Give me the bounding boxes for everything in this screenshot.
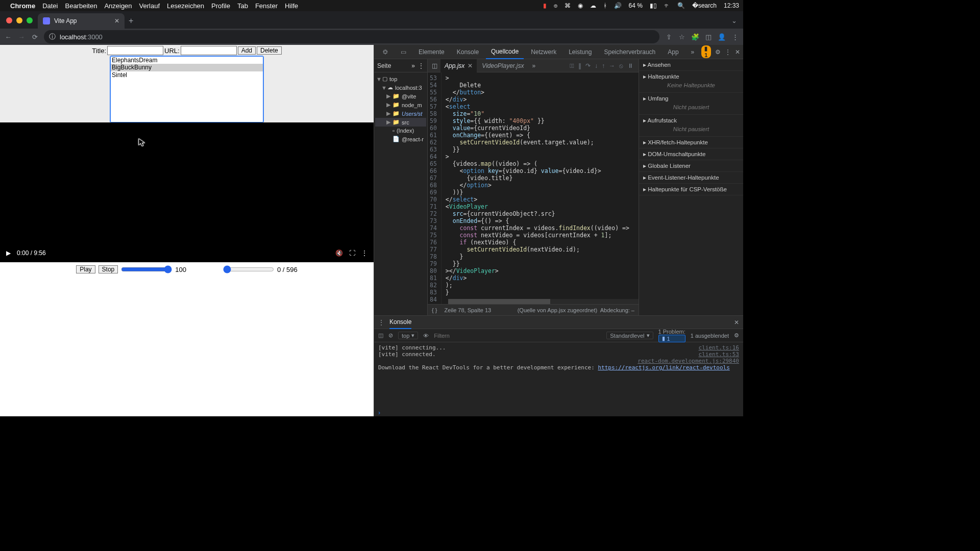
hidden-count[interactable]: 1 ausgeblendet	[691, 333, 729, 339]
progress-slider[interactable]	[223, 265, 274, 273]
close-tab-icon[interactable]: ✕	[114, 17, 119, 24]
clear-console-icon[interactable]: ⊘	[388, 332, 393, 339]
status-icon[interactable]: ⌘	[565, 2, 571, 9]
address-bar[interactable]: ⓘ localhost:3000	[44, 30, 659, 43]
menu-profile[interactable]: Profile	[211, 2, 230, 10]
sidebar-section[interactable]: ▸ DOM-Umschaltpunkte	[639, 148, 743, 160]
video-menu-icon[interactable]: ⋮	[361, 249, 368, 257]
current-app[interactable]: Chrome	[10, 2, 35, 10]
sidebar-section[interactable]: ▸ Haltepunkte für CSP-Verstöße	[639, 184, 743, 195]
file-tab-app[interactable]: App.jsx✕	[440, 59, 477, 72]
drawer-menu-icon[interactable]: ⋮	[378, 319, 384, 326]
console-sidebar-icon[interactable]: ◫	[378, 332, 383, 339]
browser-tab[interactable]: Vite App ✕	[38, 13, 125, 29]
fullscreen-icon[interactable]: ⛶	[349, 249, 355, 257]
delete-button[interactable]: Delete	[257, 46, 282, 55]
tree-item[interactable]: ▶📁node_m	[375, 101, 426, 109]
nav-overflow-icon[interactable]: »	[411, 62, 415, 69]
clock[interactable]: 12:33	[724, 2, 739, 9]
zoom-window-button[interactable]	[27, 17, 33, 23]
context-selector[interactable]: top ▾	[398, 332, 418, 339]
sidebar-section[interactable]: ▸ XHR/fetch-Haltepunkte	[639, 137, 743, 148]
bookmark-icon[interactable]: ☆	[678, 33, 686, 41]
menu-view[interactable]: Anzeigen	[104, 2, 132, 10]
pause-icon[interactable]: ‖	[578, 62, 581, 69]
deactivate-bp-icon[interactable]: ⦸	[619, 62, 623, 69]
console-filter-input[interactable]	[434, 333, 601, 339]
run-icon[interactable]: ▶⃞	[570, 62, 574, 69]
volume-slider[interactable]	[121, 265, 172, 273]
pause-exceptions-icon[interactable]: ⏸	[627, 62, 633, 69]
console-settings-icon[interactable]: ⚙	[734, 332, 739, 339]
menu-help[interactable]: Hilfe	[285, 2, 298, 10]
tab-application[interactable]: App	[663, 45, 683, 59]
tree-item[interactable]: ▶📁Users/st	[375, 109, 426, 118]
nav-tab-page[interactable]: Seite	[377, 62, 391, 69]
play-button[interactable]: Play	[76, 265, 95, 273]
wifi-icon[interactable]: ᯤ	[664, 2, 670, 9]
tab-memory[interactable]: Speicherverbrauch	[599, 45, 661, 59]
site-info-icon[interactable]: ⓘ	[49, 32, 56, 41]
close-file-icon[interactable]: ✕	[468, 62, 473, 69]
menu-file[interactable]: Datei	[42, 2, 58, 10]
device-icon[interactable]: ▭	[396, 45, 411, 59]
tree-item[interactable]: ▶📁src	[375, 118, 426, 127]
new-tab-button[interactable]: +	[129, 16, 133, 26]
control-center-icon[interactable]: �search	[692, 2, 717, 9]
menu-tab[interactable]: Tab	[237, 2, 248, 10]
tree-item[interactable]: ▫(Index)	[375, 127, 426, 135]
tab-performance[interactable]: Leistung	[564, 45, 597, 59]
settings-icon[interactable]: ⚙	[715, 48, 721, 56]
sidebar-section[interactable]: ▸ AufrufstackNicht pausiert	[639, 115, 743, 137]
tree-item[interactable]: ▼☁localhost:3	[375, 83, 426, 92]
url-input[interactable]	[181, 46, 237, 55]
sidebar-section[interactable]: ▸ Globale Listener	[639, 160, 743, 172]
bluetooth-icon[interactable]: ᚼ	[603, 2, 607, 9]
sidepanel-icon[interactable]: ◫	[704, 33, 713, 41]
console-prompt[interactable]: ›	[374, 409, 743, 416]
status-icon[interactable]: ⌾	[554, 2, 557, 9]
step-icon[interactable]: →	[609, 62, 615, 69]
minimize-window-button[interactable]	[16, 17, 22, 23]
step-over-icon[interactable]: ↷	[585, 62, 591, 69]
inspect-icon[interactable]: ⯐	[377, 45, 394, 59]
sidebar-section[interactable]: ▸ Ansehen	[639, 59, 743, 71]
issues-badge[interactable]: ▮ 1	[701, 45, 711, 58]
tab-network[interactable]: Netzwerk	[526, 45, 561, 59]
drawer-tab-console[interactable]: Konsole	[389, 316, 411, 329]
tree-item[interactable]: ▼▢top	[375, 74, 426, 83]
tab-console[interactable]: Konsole	[452, 45, 484, 59]
expand-tabs-icon[interactable]: ⌄	[731, 17, 737, 24]
video-option[interactable]: Sintel	[111, 71, 263, 79]
format-icon[interactable]: { }	[432, 307, 437, 313]
tree-item[interactable]: ▶📁@vite	[375, 92, 426, 101]
video-option[interactable]: ElephantsDream	[111, 57, 263, 64]
file-tab-videoplayer[interactable]: VideoPlayer.jsx	[478, 59, 528, 72]
tree-item[interactable]: 📄@react-r	[375, 135, 426, 143]
forward-button[interactable]: →	[17, 33, 26, 41]
extensions-icon[interactable]: 🧩	[691, 33, 699, 41]
add-button[interactable]: Add	[238, 46, 256, 55]
tab-elements[interactable]: Elemente	[413, 45, 450, 59]
video-select[interactable]: ElephantsDreamBigBuckBunnySintel	[110, 56, 263, 122]
menu-history[interactable]: Verlauf	[139, 2, 160, 10]
problems-label[interactable]: 1 Problem: ▮ 1	[658, 329, 685, 342]
share-icon[interactable]: ⇧	[665, 33, 673, 41]
title-input[interactable]	[107, 46, 163, 55]
profile-icon[interactable]: 👤	[718, 33, 726, 41]
live-expr-icon[interactable]: 👁	[423, 333, 429, 339]
nav-menu-icon[interactable]: ⋮	[418, 62, 424, 69]
sidebar-section[interactable]: ▸ UmfangNicht pausiert	[639, 93, 743, 115]
sidebar-section[interactable]: ▸ HaltepunkteKeine Haltepunkte	[639, 71, 743, 93]
step-out-icon[interactable]: ↑	[602, 62, 605, 69]
status-icon[interactable]: ☁	[590, 2, 596, 9]
log-level-selector[interactable]: Standardlevel ▾	[606, 332, 653, 339]
console-log[interactable]: [vite] connecting...client.ts:16[vite] c…	[374, 342, 743, 409]
video-option[interactable]: BigBuckBunny	[111, 64, 263, 71]
horizontal-scrollbar[interactable]	[448, 299, 639, 304]
menu-window[interactable]: Fenster	[255, 2, 278, 10]
stop-button[interactable]: Stop	[99, 265, 118, 273]
volume-icon[interactable]: 🔊	[614, 2, 622, 9]
file-nav-icon[interactable]: ◫	[430, 62, 439, 69]
file-tree[interactable]: ▼▢top▼☁localhost:3▶📁@vite▶📁node_m▶📁Users…	[374, 72, 427, 145]
